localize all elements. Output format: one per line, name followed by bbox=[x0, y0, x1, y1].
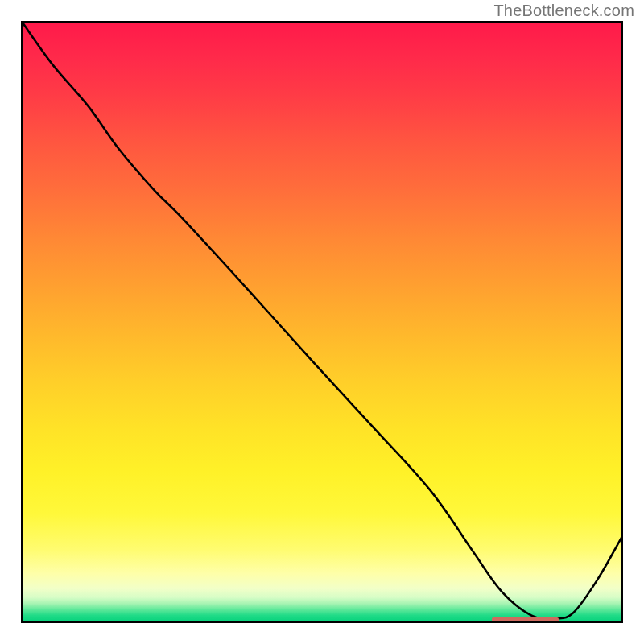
attribution-text: TheBottleneck.com bbox=[493, 2, 634, 20]
chart-line-layer bbox=[23, 23, 621, 621]
bottleneck-curve-line bbox=[23, 23, 621, 619]
optimal-zone-marker bbox=[492, 617, 558, 623]
chart-plot-area bbox=[21, 21, 623, 623]
